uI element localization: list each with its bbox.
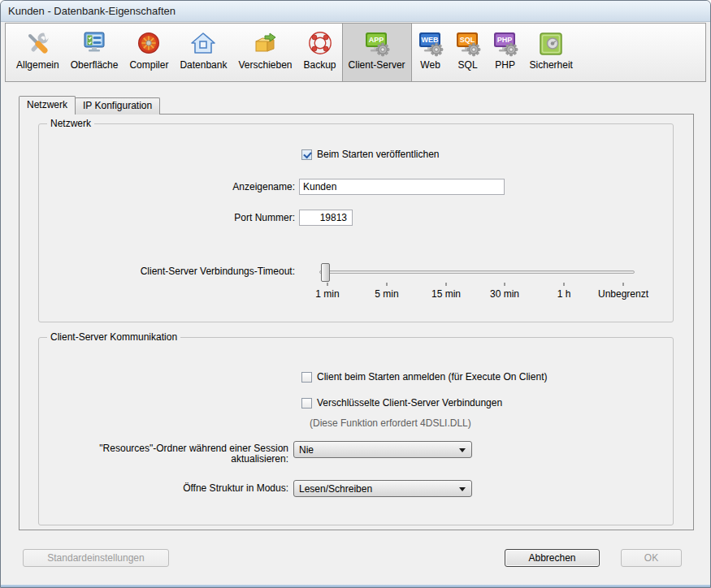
register-checkbox-row: Client beim Starten anmelden (für Execut… [301, 371, 547, 383]
database-home-icon [190, 31, 216, 57]
slider-tick-label: 1 h [557, 288, 571, 300]
slider-tick-label: 1 min [315, 288, 339, 300]
toolbar-item-datenbank[interactable]: Datenbank [174, 24, 232, 81]
encrypted-checkbox-row: Verschlüsselte Client-Server Verbindunge… [301, 397, 502, 409]
chevron-down-icon [459, 448, 466, 452]
open-mode-dropdown[interactable]: Lesen/Schreiben [293, 480, 472, 497]
display-name-row: Anzeigename: [39, 179, 505, 195]
tab-ip-konfiguration[interactable]: IP Konfiguration [75, 97, 160, 115]
encryption-note: (Diese Funktion erfordert 4DSLI.DLL) [310, 417, 471, 429]
timeout-slider[interactable]: 1 min 5 min 15 min 30 min 1 h Unbegrenzt [319, 256, 638, 300]
resources-update-dropdown[interactable]: Nie [293, 441, 472, 458]
group-netzwerk-title: Netzwerk [47, 118, 94, 129]
toolbar-item-oberflaeche[interactable]: Oberfläche [65, 24, 124, 81]
timeout-row: Client-Server Verbindungs-Timeout: 1 min… [39, 256, 638, 300]
php-server-icon: PHP [492, 31, 518, 57]
toolbar-item-php[interactable]: PHP PHP [487, 24, 524, 81]
window-border-bottom [1, 585, 710, 587]
slider-tick [623, 283, 624, 286]
slider-tick [505, 283, 505, 286]
slider-tick [446, 283, 447, 286]
timeout-label: Client-Server Verbindungs-Timeout: [39, 256, 295, 277]
window-title: Kunden - Datenbank-Eigenschaften [8, 5, 176, 17]
move-box-icon [252, 31, 278, 57]
display-name-label: Anzeigename: [39, 181, 295, 192]
tools-icon [24, 31, 50, 57]
svg-text:APP: APP [368, 36, 384, 44]
toolbar-item-sicherheit[interactable]: Sicherheit [524, 24, 579, 81]
slider-tick-label: Unbegrenzt [598, 288, 648, 300]
publish-checkbox[interactable] [301, 149, 312, 160]
cancel-button[interactable]: Abbrechen [505, 549, 600, 567]
defaults-button[interactable]: Standardeinstellungen [23, 549, 169, 567]
app-server-icon: APP [364, 31, 390, 57]
publish-checkbox-label: Beim Starten veröffentlichen [317, 149, 440, 160]
web-server-icon: WEB [418, 31, 444, 57]
slider-track[interactable] [319, 270, 635, 274]
toolbar-item-label: Client-Server [349, 59, 405, 71]
register-client-checkbox[interactable] [301, 372, 312, 383]
toolbar-item-label: Sicherheit [530, 59, 573, 71]
dialog-window: Kunden - Datenbank-Eigenschaften Allgeme… [0, 0, 711, 588]
toolbar-item-backup[interactable]: Backup [298, 24, 342, 81]
resources-update-label: "Resources"-Ordner während einer Session… [39, 441, 288, 465]
tab-panel: Netzwerk Beim Starten veröffentlichen An… [19, 114, 694, 530]
chevron-down-icon [459, 487, 466, 491]
group-client-server-kommunikation: Client-Server Kommunikation Client beim … [38, 337, 674, 525]
toolbar-item-label: Datenbank [180, 59, 227, 71]
sql-server-icon: SQL [455, 31, 481, 57]
resources-update-row: "Resources"-Ordner während einer Session… [39, 441, 472, 465]
svg-text:PHP: PHP [496, 36, 512, 44]
toolbar-item-client-server[interactable]: APP Client-Server [342, 24, 412, 81]
slider-thumb[interactable] [321, 263, 330, 282]
slider-tick-label: 15 min [431, 288, 461, 300]
slider-tick [327, 283, 328, 286]
register-client-checkbox-label: Client beim Starten anmelden (für Execut… [317, 371, 547, 383]
security-safe-icon [538, 31, 564, 57]
encrypted-connections-checkbox-label: Verschlüsselte Client-Server Verbindunge… [317, 397, 502, 409]
publish-checkbox-row: Beim Starten veröffentlichen [301, 149, 440, 160]
toolbar-item-allgemein[interactable]: Allgemein [11, 24, 65, 81]
resources-update-dropdown-value: Nie [299, 444, 314, 456]
port-number-input[interactable] [299, 210, 353, 226]
svg-text:SQL: SQL [459, 36, 475, 44]
slider-tick [387, 283, 388, 286]
toolbar-item-label: Oberfläche [71, 59, 119, 71]
group-netzwerk: Netzwerk Beim Starten veröffentlichen An… [38, 123, 674, 322]
properties-toolbar: Allgemein Oberfläche [5, 23, 706, 82]
slider-tick-label: 30 min [490, 288, 519, 300]
toolbar-item-label: Verschieben [238, 59, 292, 71]
toolbar-item-sql[interactable]: SQL SQL [449, 24, 487, 81]
ok-button[interactable]: OK [621, 549, 682, 567]
slider-tick-label: 5 min [375, 288, 398, 300]
open-mode-label: Öffne Struktur in Modus: [39, 483, 288, 494]
tab-netzwerk[interactable]: Netzwerk [19, 96, 76, 115]
interface-monitor-icon [81, 31, 107, 57]
port-number-row: Port Nummer: [39, 210, 353, 226]
open-mode-dropdown-value: Lesen/Schreiben [299, 483, 372, 495]
toolbar-item-label: Compiler [129, 59, 168, 71]
toolbar-item-compiler[interactable]: Compiler [124, 24, 174, 81]
display-name-input[interactable] [299, 179, 505, 195]
slider-tick [564, 283, 565, 286]
toolbar-item-verschieben[interactable]: Verschieben [232, 24, 297, 81]
toolbar-item-web[interactable]: WEB Web [412, 24, 449, 81]
encrypted-connections-checkbox[interactable] [301, 398, 312, 409]
window-titlebar[interactable]: Kunden - Datenbank-Eigenschaften [1, 1, 710, 22]
toolbar-item-label: Web [420, 59, 440, 71]
svg-text:WEB: WEB [421, 36, 438, 44]
resources-update-label-line2: aktualisieren: [39, 454, 288, 465]
toolbar-item-label: PHP [495, 59, 515, 71]
port-number-label: Port Nummer: [39, 212, 295, 223]
open-mode-row: Öffne Struktur in Modus: Lesen/Schreiben [39, 480, 472, 497]
tab-strip: Netzwerk IP Konfiguration [19, 96, 160, 115]
toolbar-item-label: SQL [458, 59, 478, 71]
compiler-wheel-icon [136, 31, 162, 57]
lifebuoy-icon [307, 31, 333, 57]
group-kommunikation-title: Client-Server Kommunikation [47, 331, 180, 343]
toolbar-item-label: Allgemein [16, 59, 59, 71]
toolbar-item-label: Backup [304, 59, 336, 71]
